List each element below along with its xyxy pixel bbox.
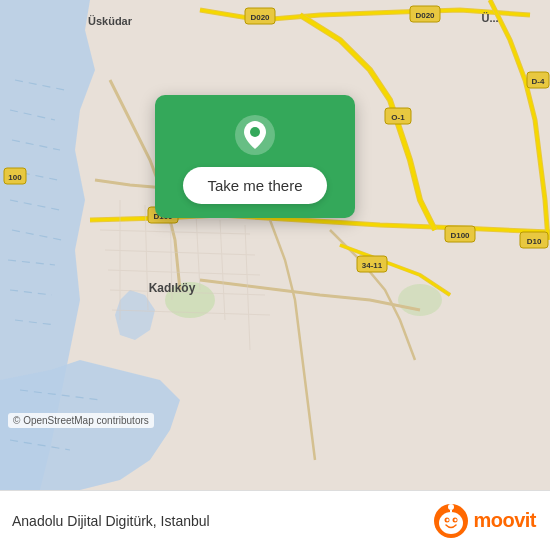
bottom-bar: Anadolu Dijital Digitürk, Istanbul moovi…: [0, 490, 550, 550]
take-me-there-button[interactable]: Take me there: [183, 167, 326, 204]
svg-text:D020: D020: [250, 13, 270, 22]
svg-text:D100: D100: [450, 231, 470, 240]
svg-point-56: [448, 504, 454, 510]
svg-text:D10: D10: [527, 237, 542, 246]
svg-text:Üsküdar: Üsküdar: [88, 15, 133, 27]
svg-point-15: [398, 284, 442, 316]
svg-text:34-11: 34-11: [362, 261, 383, 270]
svg-point-49: [250, 127, 260, 137]
svg-text:D-4: D-4: [532, 77, 545, 86]
svg-point-54: [447, 518, 449, 520]
svg-text:D020: D020: [415, 11, 435, 20]
moovit-mascot-icon: [433, 503, 469, 539]
svg-text:Ü...: Ü...: [481, 12, 498, 24]
svg-point-51: [439, 512, 463, 534]
moovit-logo: moovit: [433, 503, 536, 539]
svg-point-55: [455, 518, 457, 520]
svg-text:Kadıköy: Kadıköy: [149, 281, 196, 295]
moovit-wordmark: moovit: [473, 509, 536, 532]
svg-text:O-1: O-1: [391, 113, 405, 122]
copyright-notice: © OpenStreetMap contributors: [8, 413, 154, 428]
popup-card: Take me there: [155, 95, 355, 218]
location-pin-icon: [233, 113, 277, 157]
svg-text:100: 100: [8, 173, 22, 182]
location-label: Anadolu Dijital Digitürk, Istanbul: [12, 513, 210, 529]
map-view: D100 D020 D020 O-1 D-4 100 D100 D10 34-1…: [0, 0, 550, 490]
